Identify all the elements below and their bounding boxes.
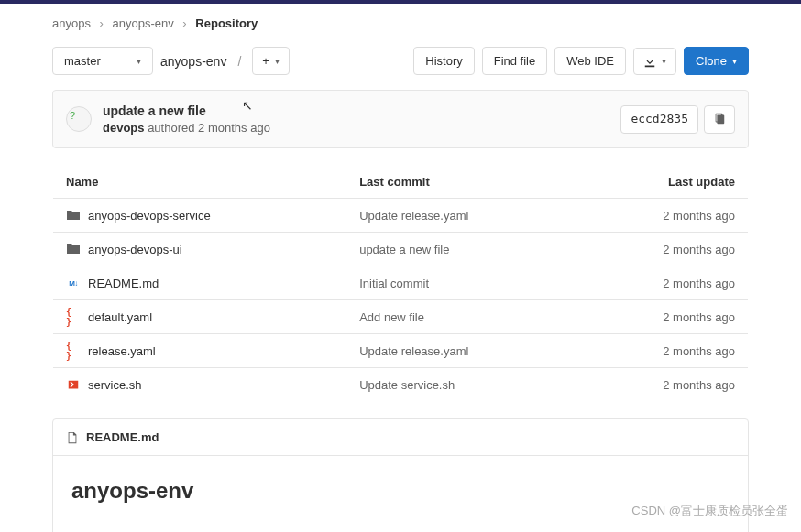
file-commit-msg[interactable]: Add new file [346, 300, 579, 334]
file-icon [66, 431, 79, 444]
table-row[interactable]: M↓README.mdInitial commit2 months ago [53, 266, 749, 300]
file-name[interactable]: service.sh [88, 378, 142, 392]
file-tree-table: Name Last commit Last update anyops-devo… [52, 165, 749, 402]
breadcrumb-group[interactable]: anyops-env [113, 16, 174, 30]
history-button[interactable]: History [413, 47, 474, 75]
folder-icon [66, 242, 81, 256]
chevron-right-icon: › [182, 16, 186, 30]
chevron-down-icon: ▾ [662, 56, 666, 66]
readme-heading: anyops-env [71, 478, 730, 504]
file-name[interactable]: README.md [88, 277, 159, 290]
path-part[interactable]: anyops-env [160, 54, 226, 69]
folder-icon [66, 208, 81, 223]
plus-icon: + [262, 54, 269, 68]
breadcrumb-root[interactable]: anyops [52, 16, 91, 30]
branch-selector[interactable]: master ▾ [52, 47, 153, 75]
file-name[interactable]: default.yaml [88, 310, 152, 324]
file-name[interactable]: release.yaml [88, 344, 156, 358]
clone-label: Clone [696, 54, 727, 68]
yaml-icon: { } [66, 309, 81, 324]
chevron-down-icon: ▾ [275, 56, 280, 66]
table-row[interactable]: anyops-devops-uiupdate a new file2 month… [53, 233, 749, 266]
chevron-down-icon: ▾ [732, 56, 737, 66]
col-last-commit: Last commit [346, 166, 579, 199]
breadcrumb: anyops › anyops-env › Repository [52, 4, 749, 47]
add-file-button[interactable]: + ▾ [252, 47, 290, 75]
file-commit-msg[interactable]: Initial commit [346, 266, 579, 300]
file-commit-msg[interactable]: update a new file [346, 233, 579, 266]
file-name[interactable]: anyops-devops-service [88, 209, 211, 223]
avatar[interactable] [66, 106, 92, 132]
file-update-time: 2 months ago [579, 334, 749, 368]
commit-time: 2 months ago [198, 121, 270, 135]
chevron-right-icon: › [100, 16, 104, 30]
file-update-time: 2 months ago [579, 199, 749, 233]
readme-header: README.md [53, 419, 748, 456]
col-last-update: Last update [579, 166, 749, 199]
file-update-time: 2 months ago [579, 300, 749, 334]
clipboard-icon [713, 112, 726, 125]
commit-meta: devops authored 2 months ago [103, 121, 609, 135]
file-commit-msg[interactable]: Update release.yaml [346, 199, 579, 233]
clone-button[interactable]: Clone ▾ [684, 47, 749, 75]
copy-sha-button[interactable] [704, 105, 735, 134]
table-row[interactable]: { }default.yamlAdd new file2 months ago [53, 300, 749, 334]
table-row[interactable]: { }release.yamlUpdate release.yaml2 mont… [53, 334, 749, 368]
readme-panel: README.md anyops-env [52, 418, 749, 532]
file-commit-msg[interactable]: Update service.sh [346, 368, 579, 402]
file-commit-msg[interactable]: Update release.yaml [346, 334, 579, 368]
markdown-icon: M↓ [66, 276, 81, 290]
commit-sha[interactable]: eccd2835 [620, 105, 698, 134]
breadcrumb-current: Repository [195, 16, 258, 30]
col-name: Name [53, 166, 347, 199]
last-commit-widget: update a new file devops authored 2 mont… [52, 90, 749, 148]
file-name[interactable]: anyops-devops-ui [88, 243, 182, 256]
yaml-icon: { } [66, 343, 81, 358]
commit-title[interactable]: update a new file [103, 103, 609, 118]
download-icon [643, 55, 656, 68]
table-row[interactable]: anyops-devops-serviceUpdate release.yaml… [53, 199, 749, 233]
file-update-time: 2 months ago [579, 368, 749, 402]
chevron-down-icon: ▾ [137, 56, 141, 66]
repo-toolbar: master ▾ anyops-env / + ▾ History Find f… [52, 47, 749, 75]
branch-name: master [64, 54, 101, 68]
web-ide-button[interactable]: Web IDE [554, 47, 626, 75]
shell-icon [66, 377, 81, 392]
table-row[interactable]: service.shUpdate service.sh2 months ago [53, 368, 749, 402]
download-button[interactable]: ▾ [633, 48, 676, 75]
path-separator: / [237, 54, 241, 69]
file-update-time: 2 months ago [579, 233, 749, 266]
commit-author[interactable]: devops [103, 121, 145, 135]
readme-body: anyops-env [53, 456, 748, 532]
file-update-time: 2 months ago [579, 266, 749, 300]
find-file-button[interactable]: Find file [482, 47, 548, 75]
readme-filename: README.md [86, 430, 159, 444]
